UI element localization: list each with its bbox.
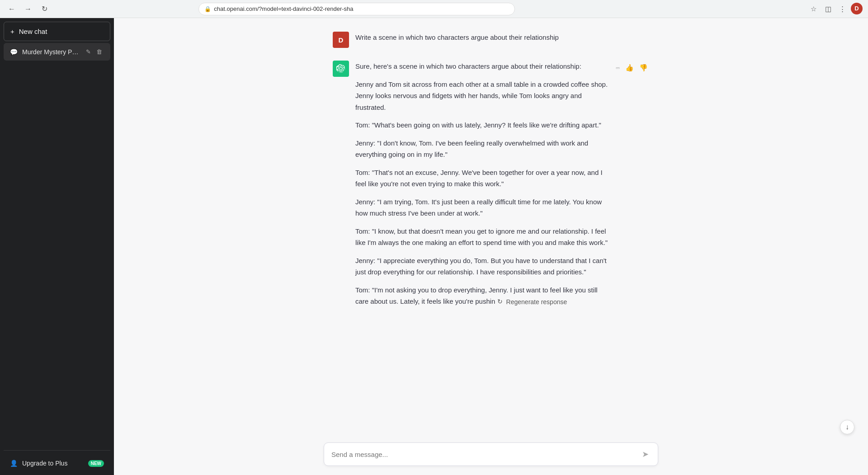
chat-messages: D Write a scene in which two characters … xyxy=(114,18,868,437)
user-message-text: Write a scene in which two characters ar… xyxy=(355,32,649,43)
assistant-para-8-partial: Tom: "I'm not asking you to drop everyth… xyxy=(355,284,608,307)
assistant-message-row: Sure, here's a scene in which two charac… xyxy=(324,61,658,307)
chat-icon: 💬 xyxy=(10,48,18,56)
chat-item-title: Murder Mystery Plot. xyxy=(22,48,80,56)
assistant-avatar xyxy=(333,61,349,77)
send-button[interactable]: ➤ xyxy=(640,448,651,460)
forward-button[interactable]: → xyxy=(22,3,34,15)
address-bar[interactable]: 🔒 chat.openai.com/?model=text-davinci-00… xyxy=(198,3,515,15)
inline-regenerate: ↻ Regenerate response xyxy=(497,296,569,307)
plus-icon: + xyxy=(10,28,14,35)
assistant-para-4: Tom: "That's not an excuse, Jenny. We've… xyxy=(355,167,608,190)
extensions-button[interactable]: ◫ xyxy=(822,3,835,15)
edit-chat-button[interactable]: ✎ xyxy=(84,47,93,56)
lock-icon: 🔒 xyxy=(204,6,211,12)
thumbdown-button[interactable]: 👎 xyxy=(638,62,649,73)
new-chat-button[interactable]: + New chat xyxy=(4,22,110,41)
assistant-para-0: Sure, here's a scene in which two charac… xyxy=(355,61,608,72)
input-area: ➤ xyxy=(114,437,868,475)
reload-button[interactable]: ↻ xyxy=(38,3,51,15)
user-avatar-message: D xyxy=(333,32,349,48)
assistant-para-1: Jenny and Tom sit across from each other… xyxy=(355,79,608,113)
upgrade-button[interactable]: 👤 Upgrade to Plus NEW xyxy=(4,455,110,471)
assistant-para-5: Jenny: "I am trying, Tom. It's just been… xyxy=(355,196,608,219)
back-button[interactable]: ← xyxy=(5,3,18,15)
user-message-content: Write a scene in which two characters ar… xyxy=(355,32,649,43)
sidebar-bottom: 👤 Upgrade to Plus NEW xyxy=(4,450,110,471)
thumbup-button[interactable]: 👍 xyxy=(624,62,635,73)
browser-chrome: ← → ↻ 🔒 chat.openai.com/?model=text-davi… xyxy=(0,0,868,18)
chat-item-actions: ✎ 🗑 xyxy=(84,47,104,56)
assistant-para-3: Jenny: "I don't know, Tom. I've been fee… xyxy=(355,137,608,160)
assistant-para-2: Tom: "What's been going on with us latel… xyxy=(355,119,608,131)
browser-actions: ☆ ◫ ⋮ D xyxy=(807,3,863,15)
upgrade-label: Upgrade to Plus xyxy=(22,460,67,467)
menu-button[interactable]: ⋮ xyxy=(836,3,849,15)
assistant-para-6: Tom: "I know, but that doesn't mean you … xyxy=(355,226,608,249)
url-text: chat.openai.com/?model=text-davinci-002-… xyxy=(214,5,353,12)
main-content: D Write a scene in which two characters … xyxy=(114,18,868,475)
copy-message-button[interactable]: ⎓ xyxy=(614,62,621,73)
app-container: + New chat 💬 Murder Mystery Plot. ✎ 🗑 👤 … xyxy=(0,18,868,475)
regenerate-inline-button[interactable]: Regenerate response xyxy=(505,298,569,306)
delete-chat-button[interactable]: 🗑 xyxy=(94,47,104,56)
user-avatar[interactable]: D xyxy=(851,3,863,14)
new-chat-label: New chat xyxy=(19,28,47,35)
user-message-row: D Write a scene in which two characters … xyxy=(324,32,658,48)
new-badge: NEW xyxy=(88,460,104,467)
message-action-buttons: ⎓ 👍 👎 xyxy=(614,61,649,73)
regen-spin-icon: ↻ xyxy=(497,296,503,307)
assistant-message-content: Sure, here's a scene in which two charac… xyxy=(355,61,608,307)
message-input[interactable] xyxy=(331,451,640,458)
chat-list-item[interactable]: 💬 Murder Mystery Plot. ✎ 🗑 xyxy=(4,43,110,61)
input-wrapper: ➤ xyxy=(324,442,658,466)
scroll-down-button[interactable]: ↓ xyxy=(840,420,854,434)
assistant-para-7: Jenny: "I appreciate everything you do, … xyxy=(355,255,608,278)
sidebar: + New chat 💬 Murder Mystery Plot. ✎ 🗑 👤 … xyxy=(0,18,114,475)
star-button[interactable]: ☆ xyxy=(807,3,820,15)
user-icon: 👤 xyxy=(10,460,18,467)
